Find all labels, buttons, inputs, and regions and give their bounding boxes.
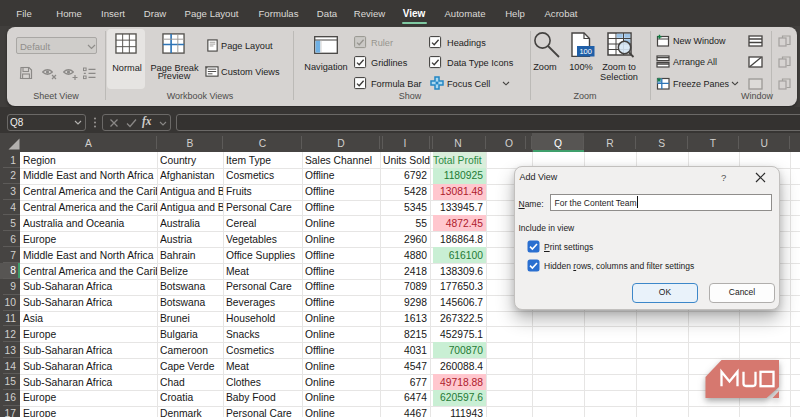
svg-text:100: 100 [579,47,592,56]
